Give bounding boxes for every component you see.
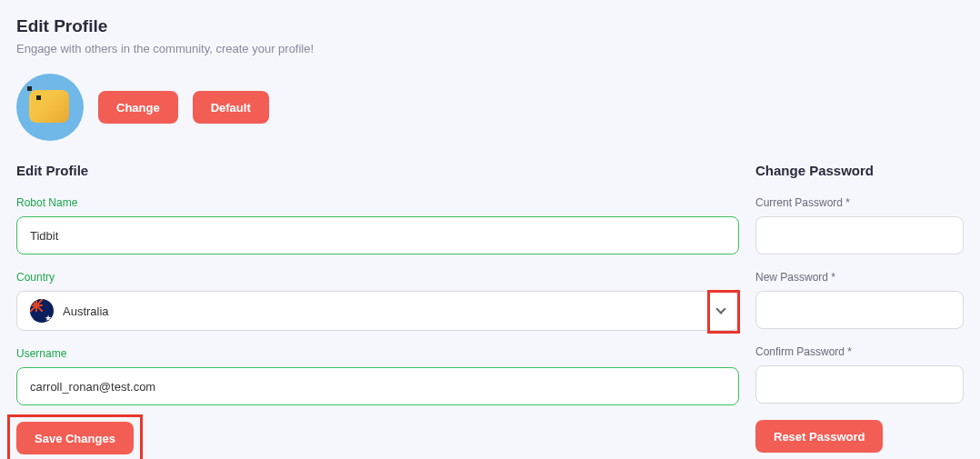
country-value: Australia [63,304,109,318]
confirm-password-label: Confirm Password * [755,345,964,358]
current-password-label: Current Password * [755,196,964,209]
new-password-input[interactable] [755,291,964,329]
change-password-heading: Change Password [755,163,964,178]
avatar [16,74,84,141]
chevron-down-icon[interactable] [715,304,727,317]
country-select[interactable]: Australia [16,291,739,331]
default-avatar-button[interactable]: Default [193,91,269,124]
confirm-password-input[interactable] [755,365,964,404]
flag-icon [30,299,54,323]
avatar-row: Change Default [16,74,964,141]
robot-name-label: Robot Name [16,196,739,209]
change-avatar-button[interactable]: Change [98,91,178,124]
page-subtitle: Engage with others in the community, cre… [16,42,964,55]
current-password-input[interactable] [755,216,964,254]
username-input[interactable] [16,367,739,405]
save-changes-button[interactable]: Save Changes [16,422,134,454]
country-label: Country [16,271,739,284]
robot-name-input[interactable] [16,216,739,254]
username-label: Username [16,347,739,360]
page-title: Edit Profile [16,16,964,36]
edit-profile-column: Edit Profile Robot Name Country Australi… [16,163,739,454]
change-password-column: Change Password Current Password * New P… [755,163,964,454]
edit-profile-heading: Edit Profile [16,163,739,178]
new-password-label: New Password * [755,271,964,284]
reset-password-button[interactable]: Reset Password [755,420,883,453]
